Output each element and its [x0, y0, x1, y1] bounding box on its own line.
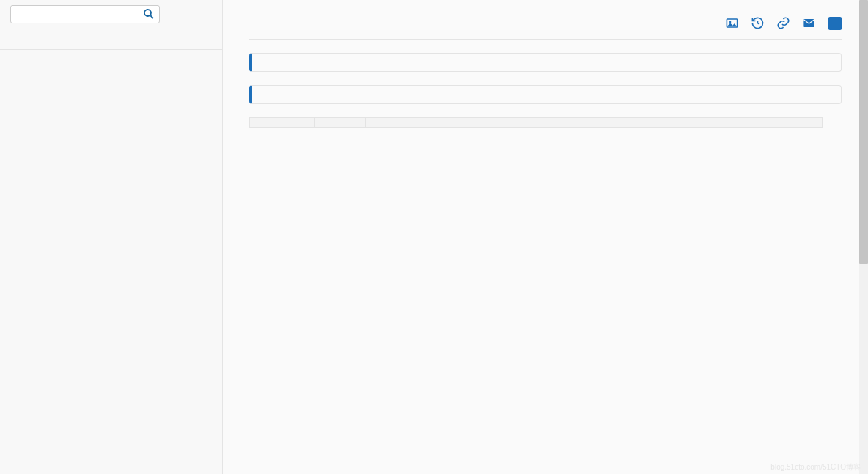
scrollbar-thumb[interactable]	[859, 0, 868, 264]
nav-title[interactable]	[0, 29, 222, 50]
svg-point-3	[729, 21, 731, 23]
svg-line-1	[150, 15, 153, 18]
link-icon[interactable]	[776, 16, 790, 30]
history-icon[interactable]	[751, 16, 765, 30]
mail-icon[interactable]	[802, 16, 816, 30]
search-input[interactable]	[10, 5, 160, 23]
col-property	[250, 118, 315, 128]
watermark: blog.51cto.com/51CTO博客	[770, 462, 861, 473]
note-box-zh	[249, 85, 842, 104]
image-icon[interactable]	[725, 16, 739, 30]
svg-point-0	[144, 10, 151, 16]
pdf-icon[interactable]	[828, 16, 842, 30]
note-box-en	[249, 53, 842, 72]
scrollbar[interactable]	[859, 0, 868, 474]
col-description	[366, 118, 823, 128]
sidebar	[0, 0, 223, 474]
properties-table	[249, 117, 823, 128]
svg-rect-4	[803, 19, 814, 27]
col-type	[315, 118, 366, 128]
main-content: blog.51cto.com/51CTO博客	[223, 0, 868, 474]
search-icon[interactable]	[142, 7, 155, 21]
